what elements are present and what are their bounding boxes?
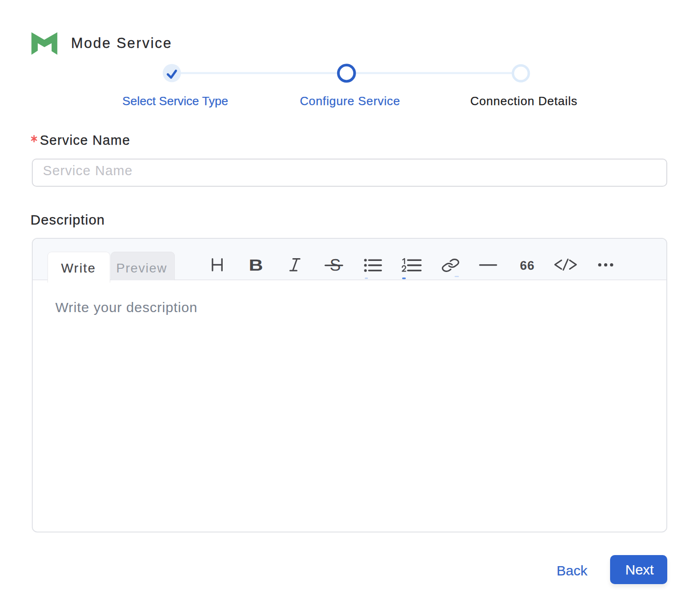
svg-text:66: 66 [520, 259, 534, 272]
svg-text:B: B [249, 256, 263, 274]
